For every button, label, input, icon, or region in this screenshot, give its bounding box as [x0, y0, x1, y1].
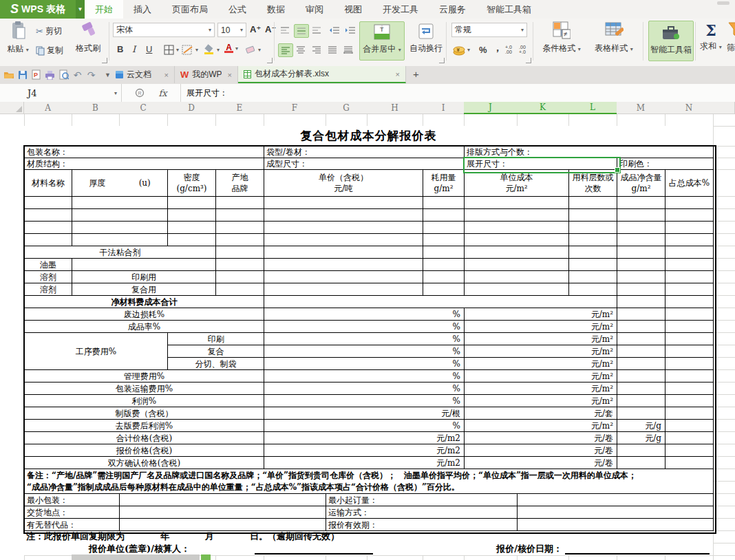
cell[interactable]: 包装运输费用%	[24, 382, 264, 395]
cell[interactable]	[617, 394, 665, 407]
cell[interactable]	[423, 221, 465, 234]
cell[interactable]: 元/g	[617, 431, 665, 444]
menu-tab-视图[interactable]: 视图	[334, 0, 372, 19]
cell[interactable]: 单价（含税） 元/吨	[264, 169, 423, 197]
cell[interactable]	[119, 518, 326, 531]
cell[interactable]	[665, 444, 714, 457]
cell[interactable]	[215, 221, 264, 234]
number-format-select[interactable]: 常规▾	[451, 23, 527, 37]
cell[interactable]	[464, 246, 569, 259]
cell[interactable]	[568, 208, 617, 222]
cell[interactable]	[464, 283, 569, 296]
cell[interactable]	[264, 270, 423, 283]
cell[interactable]	[665, 419, 714, 432]
cell[interactable]	[568, 283, 617, 296]
cell[interactable]: 用料层数或 次数	[568, 169, 617, 197]
fill-color-button[interactable]: ▾	[204, 44, 220, 55]
print-preview-button[interactable]	[58, 69, 70, 80]
cell[interactable]: 元/套	[464, 407, 617, 420]
cell[interactable]	[423, 196, 465, 209]
cell[interactable]	[568, 196, 617, 209]
cell[interactable]: 分切、制袋	[167, 357, 264, 370]
cell[interactable]	[517, 493, 714, 506]
cell[interactable]	[665, 246, 714, 259]
cell[interactable]	[464, 208, 569, 222]
cell[interactable]: 备注：“产地/品牌”需注明国产厂名及品牌或进口国名称及品牌；“单价”指货到贵司仓…	[24, 469, 714, 494]
cell[interactable]: 元/m²	[464, 308, 617, 321]
cell[interactable]: %	[264, 308, 465, 321]
cell[interactable]	[665, 394, 714, 407]
italic-button[interactable]: I	[132, 44, 136, 54]
cell[interactable]	[72, 233, 168, 246]
cell[interactable]	[617, 320, 665, 333]
distribute-button[interactable]	[341, 43, 355, 56]
cell[interactable]	[423, 246, 465, 259]
align-right-button[interactable]	[310, 43, 323, 56]
cell[interactable]: 成品率%	[24, 320, 264, 333]
menu-tab-插入[interactable]: 插入	[123, 0, 162, 19]
column-header-F[interactable]: F	[264, 102, 326, 114]
cell[interactable]: 袋型/卷材：	[264, 146, 465, 158]
cell[interactable]	[464, 196, 569, 209]
cell[interactable]: 制版费（含税）	[24, 407, 264, 420]
cell[interactable]	[464, 258, 569, 271]
cell[interactable]	[617, 208, 665, 222]
cell[interactable]: 元/m²	[464, 369, 617, 383]
doc-tab-3[interactable]: 包材成本分解表.xlsx×	[238, 66, 406, 83]
merge-center-button[interactable]: T 合并居中 ▾	[359, 21, 405, 61]
cell[interactable]	[617, 357, 665, 370]
cell[interactable]	[617, 258, 665, 271]
cell[interactable]: %	[264, 345, 465, 358]
cell[interactable]	[72, 258, 216, 271]
cell[interactable]: 耗用量 g/m²	[423, 169, 465, 197]
draw-border-button[interactable]: ▾	[182, 45, 198, 55]
cell[interactable]	[568, 270, 617, 283]
logo-dropdown-icon[interactable]: ▼	[76, 0, 85, 19]
redo-button[interactable]: ↷	[85, 69, 97, 80]
wrap-text-button[interactable]: 自动换行	[407, 21, 445, 59]
cell[interactable]: 运输方式：	[326, 506, 518, 519]
cell[interactable]: 双方确认价格(含税)	[24, 456, 264, 469]
cell[interactable]	[167, 208, 216, 222]
copy-button[interactable]: 复制	[36, 45, 63, 56]
cell[interactable]	[423, 270, 465, 283]
cell[interactable]	[568, 221, 617, 234]
cell[interactable]	[617, 332, 665, 345]
column-header-G[interactable]: G	[326, 102, 368, 114]
cell[interactable]: %	[264, 320, 465, 333]
cell[interactable]: 工序费用%	[24, 332, 168, 370]
column-header-C[interactable]: C	[119, 102, 168, 114]
cell[interactable]: 交货地点：	[24, 506, 120, 519]
menu-tab-页面布局[interactable]: 页面布局	[162, 0, 218, 19]
column-header-N[interactable]: N	[665, 102, 714, 114]
paste-button[interactable]: 粘贴 ▾	[4, 21, 32, 55]
cell[interactable]	[617, 407, 665, 420]
currency-button[interactable]: ¥ ▾	[453, 44, 470, 56]
cell[interactable]	[72, 196, 168, 209]
cell[interactable]	[215, 246, 264, 259]
save-button[interactable]	[17, 69, 28, 80]
cell[interactable]	[264, 258, 423, 271]
number-group-expander[interactable]	[526, 58, 531, 63]
menu-tab-公式[interactable]: 公式	[218, 0, 257, 19]
cell[interactable]: 成型尺寸：	[264, 158, 465, 170]
cell[interactable]	[264, 196, 423, 209]
cell[interactable]: %	[264, 382, 465, 395]
percent-style-button[interactable]: %	[479, 45, 487, 55]
cell[interactable]	[72, 208, 168, 222]
close-icon[interactable]: ×	[228, 71, 232, 79]
cell[interactable]	[665, 320, 714, 333]
cell[interactable]	[167, 221, 216, 234]
cell[interactable]: 密度 (g/cm³)	[167, 169, 216, 197]
select-all-button[interactable]	[0, 102, 24, 114]
justify-button[interactable]	[326, 43, 339, 56]
cell[interactable]	[568, 233, 617, 246]
new-tab-button[interactable]: +	[413, 68, 419, 80]
column-header-B[interactable]: B	[72, 102, 120, 114]
cell[interactable]: 元/m²	[464, 382, 617, 395]
cell[interactable]	[617, 196, 665, 209]
cell[interactable]	[264, 246, 423, 259]
cell[interactable]	[264, 208, 423, 222]
export-pdf-button[interactable]: P	[30, 69, 42, 80]
cell[interactable]: 包装名称：	[24, 146, 264, 158]
